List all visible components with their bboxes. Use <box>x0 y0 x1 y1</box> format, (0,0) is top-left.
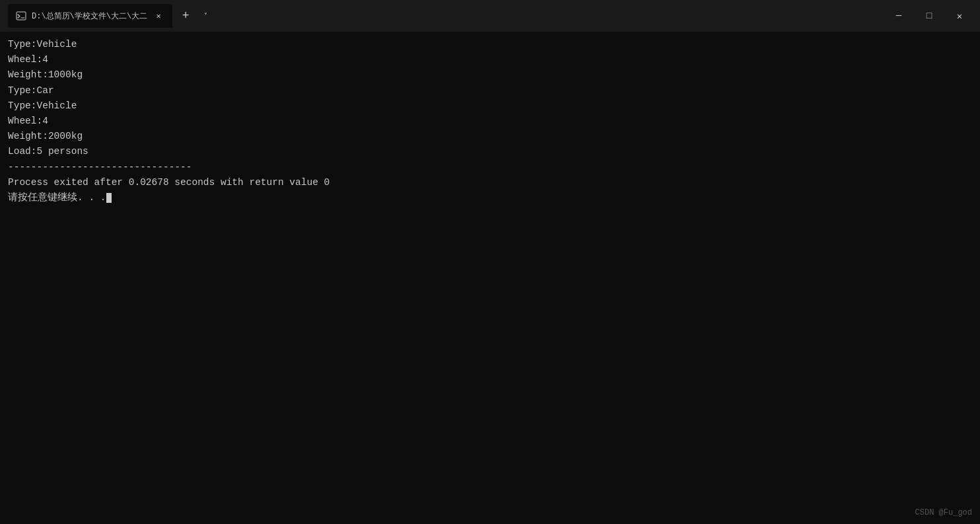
terminal-cursor <box>106 193 112 203</box>
svg-rect-0 <box>17 12 26 20</box>
terminal-icon <box>16 11 26 21</box>
tab-close-button[interactable]: ✕ <box>153 10 164 22</box>
terminal-line: -------------------------------- <box>8 160 972 175</box>
window-controls: ─ □ ✕ <box>884 4 975 28</box>
terminal-line: Weight:2000kg <box>8 129 972 144</box>
watermark: CSDN @Fu_god <box>915 508 972 517</box>
terminal-output: Type:VehicleWheel:4Weight:1000kgType:Car… <box>0 32 980 211</box>
add-tab-button[interactable]: + <box>175 5 196 26</box>
terminal-line: Wheel:4 <box>8 52 972 67</box>
terminal-line: 请按任意键继续. . . <box>8 190 972 206</box>
tab-dropdown-button[interactable]: ˅ <box>196 7 215 25</box>
terminal-line: Process exited after 0.02678 seconds wit… <box>8 175 972 190</box>
minimize-button[interactable]: ─ <box>884 4 914 28</box>
terminal-tab[interactable]: D:\总简历\学校文件\大二\大二 ✕ <box>8 4 172 28</box>
terminal-line: Type:Vehicle <box>8 37 972 52</box>
terminal-line: Load:5 persons <box>8 144 972 159</box>
terminal-line: Type:Car <box>8 83 972 98</box>
terminal-line: Wheel:4 <box>8 114 972 129</box>
title-bar: D:\总简历\学校文件\大二\大二 ✕ + ˅ ─ □ ✕ <box>0 0 980 32</box>
maximize-button[interactable]: □ <box>914 4 944 28</box>
close-button[interactable]: ✕ <box>944 4 975 28</box>
terminal-line: Type:Vehicle <box>8 98 972 114</box>
terminal-line: Weight:1000kg <box>8 67 972 83</box>
tab-title: D:\总简历\学校文件\大二\大二 <box>32 11 147 22</box>
